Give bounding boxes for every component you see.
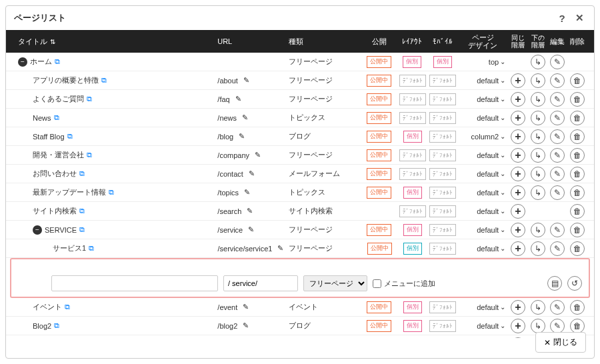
design-select[interactable]: default⌄ [458,245,508,253]
edit-url-icon[interactable]: ✎ [249,169,255,178]
page-title[interactable]: よくあるご質問 [33,94,84,104]
add-to-menu-checkbox[interactable]: メニューに追加 [373,279,435,289]
add-child-button[interactable]: ↳ [531,300,545,315]
undo-icon[interactable]: ↺ [567,276,582,291]
page-title[interactable]: イベント [33,302,62,312]
mobile-badge[interactable]: ﾃﾞﾌｫﾙﾄ [429,131,456,143]
edit-url-icon[interactable]: ✎ [243,303,249,311]
mobile-badge[interactable]: ﾃﾞﾌｫﾙﾄ [429,168,456,180]
close-button[interactable]: ✕ 閉じる [535,332,586,353]
edit-url-icon[interactable]: ✎ [243,321,249,330]
th-title[interactable]: タイトル⇅ [13,37,217,47]
help-icon[interactable]: ? [555,11,569,25]
add-same-level-button[interactable]: + [511,223,525,237]
add-child-button[interactable]: ↳ [531,223,545,237]
open-link-icon[interactable]: ⧉ [65,303,70,311]
mobile-badge[interactable]: ﾃﾞﾌｫﾙﾄ [429,187,456,199]
new-page-url-input[interactable] [223,275,298,291]
edit-button[interactable]: ✎ [550,148,565,163]
edit-button[interactable]: ✎ [550,129,565,144]
add-child-button[interactable]: ↳ [531,319,545,333]
save-icon[interactable]: ▤ [547,276,562,291]
open-link-icon[interactable]: ⧉ [101,76,107,85]
add-same-level-button[interactable]: + [511,129,525,144]
design-select[interactable]: default⌄ [458,226,508,234]
edit-button[interactable]: ✎ [550,185,565,200]
design-select[interactable]: default⌄ [458,170,508,178]
delete-button[interactable]: 🗑 [570,319,585,333]
edit-button[interactable]: ✎ [550,300,565,315]
delete-button[interactable]: 🗑 [570,300,585,315]
edit-button[interactable]: ✎ [550,73,565,88]
layout-badge[interactable]: 個別 [403,243,422,255]
mobile-badge[interactable]: ﾃﾞﾌｫﾙﾄ [429,75,456,87]
add-child-button[interactable]: ↳ [531,73,545,88]
page-title[interactable]: Blog2 [33,322,51,330]
layout-badge[interactable]: 個別 [403,187,422,199]
open-link-icon[interactable]: ⧉ [89,244,94,253]
design-select[interactable]: default⌄ [458,189,508,197]
edit-button[interactable]: ✎ [550,223,565,237]
edit-url-icon[interactable]: ✎ [248,225,254,234]
open-link-icon[interactable]: ⧉ [55,57,60,66]
mobile-badge[interactable]: ﾃﾞﾌｫﾙﾄ [429,93,456,105]
open-link-icon[interactable]: ⧉ [54,113,59,122]
delete-button[interactable]: 🗑 [570,185,585,200]
publish-badge[interactable]: 公開中 [367,243,392,255]
mobile-badge[interactable]: ﾃﾞﾌｫﾙﾄ [429,149,456,161]
edit-button[interactable]: ✎ [550,167,565,181]
edit-button[interactable]: ✎ [550,319,565,333]
edit-button[interactable]: ✎ [550,111,565,125]
add-same-level-button[interactable]: + [511,111,525,125]
page-title[interactable]: 最新アップデート情報 [33,187,106,197]
add-child-button[interactable]: ↳ [531,129,545,144]
open-link-icon[interactable]: ⧉ [54,321,59,330]
mobile-badge[interactable]: ﾃﾞﾌｫﾙﾄ [429,320,456,332]
layout-badge[interactable]: ﾃﾞﾌｫﾙﾄ [399,149,426,161]
mobile-badge[interactable]: ﾃﾞﾌｫﾙﾄ [429,301,456,313]
delete-button[interactable]: 🗑 [570,167,585,181]
page-title[interactable]: サービス1 [53,243,86,253]
publish-badge[interactable]: 公開中 [367,224,391,236]
design-select[interactable]: column2⌄ [458,133,508,141]
publish-badge[interactable]: 公開中 [367,75,391,87]
page-title[interactable]: アプリの概要と特徴 [33,75,99,85]
layout-badge[interactable]: ﾃﾞﾌｫﾙﾄ [399,205,426,217]
publish-badge[interactable]: 公開中 [367,93,391,105]
mobile-badge[interactable]: ﾃﾞﾌｫﾙﾄ [429,205,456,217]
open-link-icon[interactable]: ⧉ [87,95,92,103]
design-select[interactable]: default⌄ [458,151,508,159]
edit-button[interactable]: ✎ [550,241,565,256]
publish-badge[interactable]: 公開中 [367,168,391,180]
open-link-icon[interactable]: ⧉ [87,151,92,159]
layout-badge[interactable]: 個別 [403,301,422,313]
page-title[interactable]: SERVICE [45,226,77,234]
open-link-icon[interactable]: ⧉ [79,169,85,178]
delete-button[interactable]: 🗑 [570,92,585,107]
edit-url-icon[interactable]: ✎ [247,207,253,215]
mobile-badge[interactable]: ﾃﾞﾌｫﾙﾄ [429,112,456,124]
layout-badge[interactable]: 個別 [403,131,422,143]
design-select[interactable]: default⌄ [458,114,508,122]
layout-badge[interactable]: ﾃﾞﾌｫﾙﾄ [399,75,426,87]
mobile-badge[interactable]: 個別 [433,56,452,68]
add-same-level-button[interactable]: + [511,92,525,107]
edit-url-icon[interactable]: ✎ [242,113,248,122]
add-same-level-button[interactable]: + [511,337,525,339]
delete-button[interactable]: 🗑 [570,204,585,219]
publish-badge[interactable]: 公開中 [367,112,391,124]
add-child-button[interactable]: ↳ [531,185,545,200]
add-child-button[interactable]: ↳ [531,111,545,125]
design-select[interactable]: default⌄ [458,77,508,85]
delete-button[interactable]: 🗑 [570,73,585,88]
page-title[interactable]: Staff Blog [33,133,65,141]
mobile-badge[interactable]: ﾃﾞﾌｫﾙﾄ [429,224,456,236]
delete-button[interactable]: 🗑 [570,111,585,125]
open-link-icon[interactable]: ⧉ [79,207,85,215]
layout-badge[interactable]: 個別 [403,320,422,332]
add-same-level-button[interactable]: + [511,185,525,200]
page-title[interactable]: 開発・運営会社 [33,150,84,160]
add-same-level-button[interactable]: + [511,148,525,163]
page-title[interactable]: News [33,114,51,122]
add-same-level-button[interactable]: + [511,167,525,181]
